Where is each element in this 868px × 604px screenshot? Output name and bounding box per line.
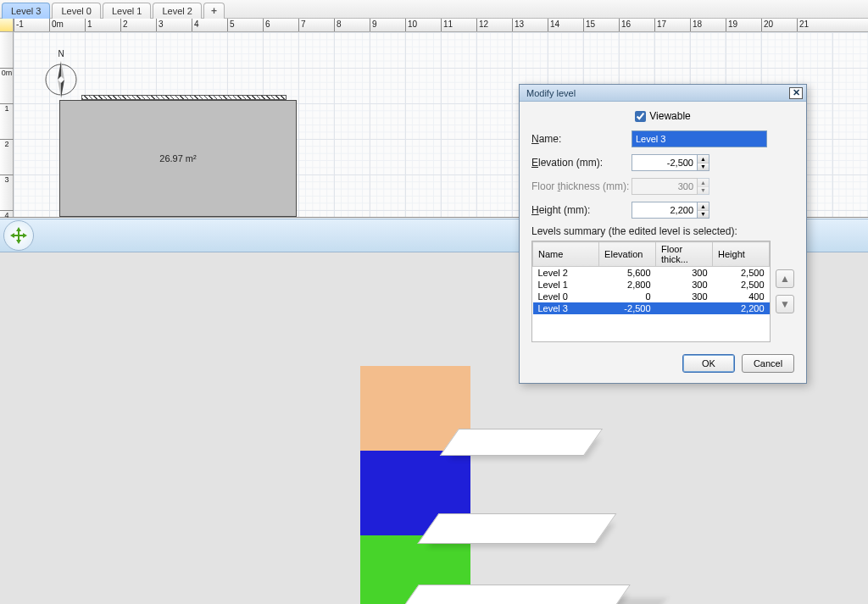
ruler-tick: 15 — [583, 19, 595, 32]
summary-cell: 2,800 — [599, 279, 656, 291]
summary-cell: 2,500 — [713, 279, 770, 291]
spinner-down-icon[interactable]: ▼ — [698, 211, 709, 219]
summary-cell: 0 — [599, 291, 656, 302]
ruler-tick: 0m — [49, 19, 64, 32]
move-down-button[interactable]: ▼ — [776, 295, 794, 313]
height-spinner[interactable]: ▲ ▼ — [698, 202, 709, 219]
summary-column-header[interactable]: Floor thick... — [656, 242, 713, 267]
ruler-tick: 13 — [512, 19, 524, 32]
elevation-field[interactable] — [632, 154, 698, 171]
spinner-down-icon: ▼ — [698, 187, 709, 195]
summary-cell: Level 1 — [533, 279, 599, 291]
svg-marker-7 — [10, 233, 14, 238]
level-tab[interactable]: Level 1 — [103, 3, 151, 19]
elevation-spinner[interactable]: ▲ ▼ — [698, 154, 709, 171]
dialog-body: Viewable Name: Elevation (mm): ▲ ▼ Floor… — [520, 102, 806, 383]
floor-thickness-spinner: ▲ ▼ — [698, 178, 709, 195]
dialog-close-button[interactable]: ✕ — [789, 87, 803, 99]
summary-column-header[interactable]: Name — [533, 242, 599, 267]
height-field[interactable] — [632, 202, 698, 219]
spinner-up-icon: ▲ — [698, 179, 709, 187]
ruler-tick: 20 — [761, 19, 773, 32]
ruler-tick: 6 — [263, 19, 270, 32]
floor-thickness-field — [632, 178, 698, 195]
ok-button[interactable]: OK — [682, 354, 735, 373]
close-icon: ✕ — [793, 87, 800, 98]
summary-cell: 400 — [713, 291, 770, 302]
ruler-tick: 17 — [654, 19, 666, 32]
svg-marker-8 — [23, 233, 27, 238]
move-up-button[interactable]: ▲ — [776, 269, 794, 288]
summary-cell: 300 — [656, 279, 713, 291]
arrow-down-icon: ▼ — [780, 298, 790, 310]
pan-button[interactable] — [3, 220, 34, 251]
svg-marker-4 — [61, 80, 64, 98]
summary-row[interactable]: Level 25,6003002,500 — [533, 267, 770, 280]
summary-label: Levels summary (the edited level is sele… — [531, 225, 794, 237]
compass-icon: N — [41, 49, 81, 100]
svg-marker-6 — [16, 240, 21, 244]
room-shape[interactable]: 26.97 m² — [59, 100, 297, 217]
summary-column-header[interactable]: Height — [713, 242, 770, 267]
room-area-label: 26.97 m² — [159, 153, 196, 163]
summary-cell: Level 3 — [533, 302, 599, 314]
height-label: Height (mm): — [531, 204, 632, 216]
ruler-tick: 12 — [476, 19, 488, 32]
floor-slab-1 — [440, 429, 603, 456]
level-tab[interactable]: Level 3 — [2, 3, 50, 19]
level-tab[interactable]: Level 2 — [153, 3, 201, 19]
ruler-tick: 21 — [797, 19, 809, 32]
ruler-tick: 16 — [619, 19, 631, 32]
ruler-corner — [0, 19, 14, 32]
ruler-tick: 3 — [0, 175, 14, 184]
ruler-tick: 9 — [370, 19, 377, 32]
spinner-up-icon[interactable]: ▲ — [698, 202, 709, 211]
viewable-label[interactable]: Viewable — [649, 110, 691, 122]
ruler-tick: 18 — [690, 19, 702, 32]
summary-cell: 300 — [656, 291, 713, 302]
viewable-checkbox[interactable] — [635, 111, 646, 122]
pan-arrows-icon — [8, 225, 29, 246]
name-label: Name: — [531, 133, 632, 145]
level-tab-bar: Level 3Level 0Level 1Level 2+ — [0, 0, 868, 19]
summary-row[interactable]: Level 00300400 — [533, 291, 770, 302]
ruler-tick: 4 — [192, 19, 199, 32]
svg-rect-10 — [14, 235, 23, 236]
floor-slab-3 — [395, 585, 631, 604]
vertical-ruler: 0m1234 — [0, 32, 14, 217]
ruler-tick: -1 — [14, 19, 24, 32]
ruler-tick: 3 — [156, 19, 164, 32]
spinner-down-icon[interactable]: ▼ — [698, 163, 709, 171]
spinner-up-icon[interactable]: ▲ — [698, 155, 709, 163]
svg-marker-2 — [61, 61, 64, 80]
ruler-tick: 14 — [548, 19, 559, 32]
dialog-title-text: Modify level — [526, 88, 576, 98]
summary-cell — [656, 302, 713, 314]
ruler-tick: 2 — [0, 139, 14, 148]
cancel-button[interactable]: Cancel — [742, 354, 794, 373]
dialog-title-bar[interactable]: Modify level ✕ — [520, 85, 806, 102]
summary-cell: Level 0 — [533, 291, 599, 302]
svg-marker-3 — [58, 80, 61, 98]
add-level-tab[interactable]: + — [203, 3, 225, 19]
summary-row[interactable]: Level 3-2,5002,200 — [533, 302, 770, 314]
compass-label: N — [58, 49, 64, 58]
summary-cell: 5,600 — [599, 267, 656, 280]
ruler-tick: 10 — [405, 19, 417, 32]
level-tab[interactable]: Level 0 — [52, 3, 100, 19]
summary-column-header[interactable]: Elevation — [599, 242, 656, 267]
levels-summary-table[interactable]: NameElevationFloor thick...Height Level … — [531, 241, 771, 342]
summary-cell: 2,500 — [713, 267, 770, 280]
svg-marker-1 — [58, 61, 61, 80]
floor-slab-2 — [417, 513, 616, 544]
ruler-tick: 5 — [227, 19, 235, 32]
horizontal-ruler: -10m123456789101112131415161718192021 — [14, 19, 868, 32]
summary-row[interactable]: Level 12,8003002,500 — [533, 279, 770, 291]
name-field[interactable] — [632, 130, 767, 147]
ruler-tick: 0m — [0, 68, 14, 77]
ruler-tick: 2 — [120, 19, 128, 32]
ruler-tick: 1 — [0, 103, 14, 113]
summary-cell: Level 2 — [533, 267, 599, 280]
svg-marker-5 — [16, 227, 21, 231]
elevation-label: Elevation (mm): — [531, 157, 632, 169]
